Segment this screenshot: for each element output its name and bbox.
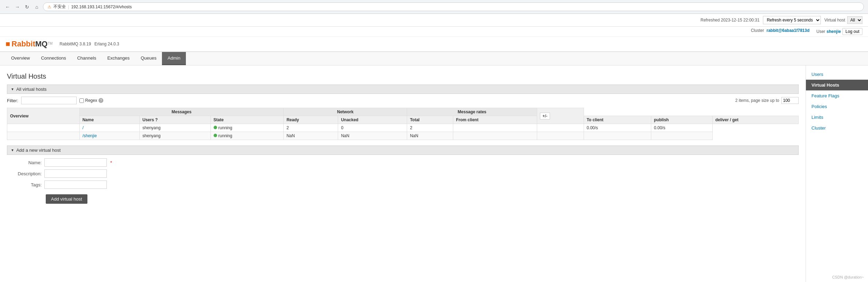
security-warning-icon: ⚠ (48, 5, 51, 9)
name-input[interactable] (44, 158, 107, 167)
cluster-name: rabbit@6abaa1f7813d (766, 28, 809, 33)
watermark: CSDN @duration~ (832, 275, 864, 279)
tags-label: Tags: (7, 182, 42, 187)
filter-input[interactable] (21, 97, 77, 104)
logout-button[interactable]: Log out (842, 28, 862, 35)
cell-state: running (210, 132, 284, 140)
nav-admin[interactable]: Admin (162, 52, 186, 65)
col-to-client: To client (584, 116, 651, 124)
logo: ■ RabbitMQTM (6, 39, 53, 49)
name-field-row: Name: * (7, 158, 799, 167)
top-toolbar: Refreshed 2023-12-15 22:00:31 Refresh ev… (0, 14, 868, 27)
nav-connections[interactable]: Connections (35, 52, 71, 65)
col-state: State (210, 116, 284, 124)
home-button[interactable]: ⌂ (33, 3, 40, 10)
col-plus-minus[interactable]: +/- (537, 108, 584, 124)
content-wrapper: Virtual Hosts ▼ All virtual hosts Filter… (0, 65, 868, 282)
vhost-label: Virtual host (824, 18, 845, 23)
nav-exchanges[interactable]: Exchanges (102, 52, 135, 65)
filter-label: Filter: (7, 98, 18, 103)
cell-ready: 2 (284, 124, 338, 132)
refreshed-info: Refreshed 2023-12-15 22:00:31 (701, 18, 759, 23)
refresh-select[interactable]: Refresh every 5 seconds (763, 16, 821, 24)
all-vhosts-section-header[interactable]: ▼ All virtual hosts (7, 85, 799, 94)
desc-input[interactable] (44, 169, 107, 178)
username: shenjie (827, 29, 841, 34)
add-vhost-section: ▼ Add a new virtual host Name: * Descrip… (7, 146, 799, 204)
regex-label[interactable]: Regex ? (79, 98, 104, 103)
filter-row: Filter: Regex ? 2 items, page size up to (7, 97, 799, 104)
page-size-input[interactable] (781, 97, 799, 104)
cell-from-client (453, 124, 537, 132)
cell-unacked: NaN (338, 132, 407, 140)
cell-total: 2 (407, 124, 453, 132)
col-overview: Overview (7, 108, 80, 124)
table-row: / shenyang running 2 0 2 0.00/s 0.00/s (7, 124, 799, 132)
main-nav: Overview Connections Channels Exchanges … (0, 52, 868, 65)
nav-overview[interactable]: Overview (6, 52, 35, 65)
cell-users: shenyang (139, 124, 210, 132)
sidebar-item-feature-flags[interactable]: Feature Flags (806, 90, 868, 101)
col-messages-group: Messages (79, 108, 283, 116)
cell-publish (584, 132, 651, 140)
address-bar[interactable]: ⚠ 不安全 | 192.168.193.141:15672/#/vhosts (43, 2, 864, 11)
security-warning-text: 不安全 (53, 4, 66, 10)
col-publish: publish (651, 116, 712, 124)
page-title: Virtual Hosts (7, 72, 799, 80)
desc-field-row: Description: (7, 169, 799, 178)
tags-input[interactable] (44, 180, 107, 189)
main-content: Virtual Hosts ▼ All virtual hosts Filter… (0, 65, 806, 282)
right-sidebar: Users Virtual Hosts Feature Flags Polici… (806, 65, 868, 282)
sidebar-item-limits[interactable]: Limits (806, 112, 868, 123)
logo-rabbit: RabbitMQTM (11, 39, 52, 49)
regex-checkbox[interactable] (79, 98, 84, 103)
back-button[interactable]: ← (4, 3, 11, 10)
cell-from-client (453, 132, 537, 140)
cluster-info: Cluster rabbit@6abaa1f7813d (751, 28, 809, 35)
sidebar-item-policies[interactable]: Policies (806, 101, 868, 112)
cell-publish: 0.00/s (584, 124, 651, 132)
refresh-button[interactable]: ↻ (24, 3, 31, 10)
add-vhost-form: Name: * Description: Tags: Add virtual h… (7, 158, 799, 204)
plus-minus-button[interactable]: +/- (540, 113, 550, 120)
version-info: RabbitMQ 3.8.19 Erlang 24.0.3 (60, 42, 119, 46)
vhosts-table: Overview Messages Network Message rates … (7, 108, 799, 140)
address-text: 192.168.193.141:15672/#/vhosts (71, 5, 132, 9)
desc-label: Description: (7, 171, 42, 176)
section-label: All virtual hosts (16, 87, 46, 92)
cell-name[interactable]: /shenjie (79, 132, 139, 140)
vhost-select[interactable]: All (847, 16, 862, 24)
cell-empty (7, 132, 80, 140)
cell-total: NaN (407, 132, 453, 140)
items-count: 2 items, page size up to (735, 97, 799, 104)
cell-users: shenyang (139, 132, 210, 140)
sidebar-item-users[interactable]: Users (806, 69, 868, 80)
sidebar-item-cluster[interactable]: Cluster (806, 123, 868, 133)
cell-deliver-get (651, 132, 712, 140)
add-section-label: Add a new virtual host (16, 148, 61, 153)
table-row: /shenjie shenyang running NaN NaN NaN (7, 132, 799, 140)
cell-to-client (537, 124, 584, 132)
tags-field-row: Tags: (7, 180, 799, 189)
col-unacked: Unacked (338, 116, 407, 124)
browser-bar: ← → ↻ ⌂ ⚠ 不安全 | 192.168.193.141:15672/#/… (0, 0, 868, 14)
add-vhost-button[interactable]: Add virtual host (46, 194, 87, 204)
nav-channels[interactable]: Channels (71, 52, 102, 65)
col-from-client: From client (453, 116, 537, 124)
sidebar-item-virtual-hosts[interactable]: Virtual Hosts (806, 80, 868, 90)
forward-button[interactable]: → (14, 3, 21, 10)
add-section-header[interactable]: ▼ Add a new virtual host (7, 146, 799, 155)
cell-state: running (210, 124, 284, 132)
app-header: ■ RabbitMQTM RabbitMQ 3.8.19 Erlang 24.0… (0, 37, 868, 52)
col-message-rates-group: Message rates (407, 108, 537, 116)
cell-name[interactable]: / (79, 124, 139, 132)
col-deliver-get: deliver / get (712, 116, 798, 124)
nav-queues[interactable]: Queues (135, 52, 162, 65)
col-name: Name (79, 116, 139, 124)
vhost-selector-row: Virtual host All (824, 16, 862, 24)
col-network-group: Network (284, 108, 407, 116)
regex-help-icon[interactable]: ? (98, 98, 103, 103)
logo-icon: ■ (6, 39, 10, 49)
cell-empty (7, 124, 80, 132)
required-indicator: * (110, 160, 112, 165)
